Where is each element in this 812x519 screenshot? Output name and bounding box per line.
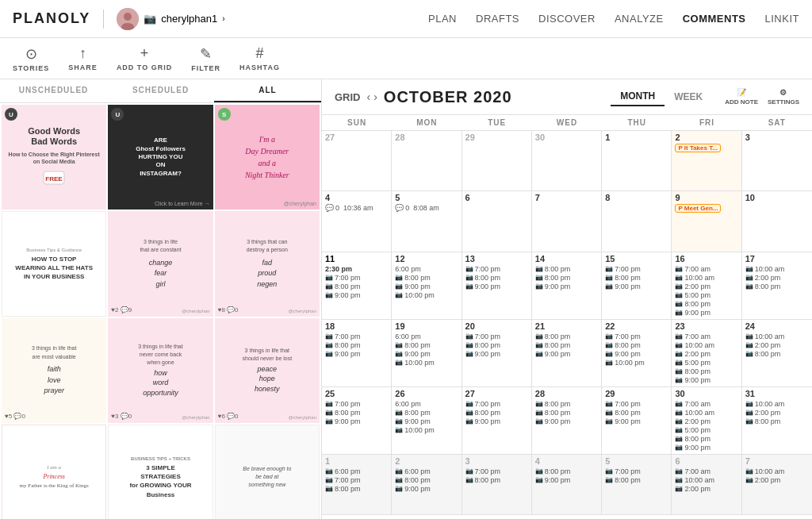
cal-cell[interactable]: 12 6:00 pm 📷 8:00 pm 📷 9:00 pm 📷 10:00 p… <box>392 252 462 319</box>
nav-plan[interactable]: PLAN <box>428 13 457 25</box>
cal-event: 📷 7:00 pm <box>465 467 528 475</box>
post-card[interactable]: Business Tips & Guidance HOW TO STOPWEAR… <box>2 211 106 316</box>
cal-cell[interactable]: 30 <box>532 131 602 190</box>
cal-cell[interactable]: 21 📷 8:00 pm 📷 8:00 pm 📷 9:00 pm <box>532 320 602 386</box>
cal-cell[interactable]: 2 P It Takes T... <box>672 131 741 190</box>
month-view-button[interactable]: MONTH <box>611 87 665 106</box>
post-stats: ♥5 💬0 <box>5 413 25 420</box>
post-card[interactable]: 3 things in life thatnever come backwhen… <box>108 318 213 423</box>
cal-event: 📷 8:00 pm <box>395 409 458 417</box>
cal-cell[interactable]: 2 📷 6:00 pm 📷 8:00 pm 📷 9:00 pm <box>392 455 462 514</box>
day-header-tue: TUE <box>462 115 532 130</box>
stories-tool[interactable]: ⊙ STORIES <box>13 45 49 72</box>
cal-event: 📷 9:00 pm <box>465 417 528 425</box>
week-view-button[interactable]: WEEK <box>665 87 712 106</box>
post-card[interactable]: U AREGhost FollowersHURTING YOUONINSTAGR… <box>108 105 213 210</box>
post-badge: S <box>218 108 231 121</box>
cal-cell[interactable]: 31 📷 10:00 am 📷 2:00 pm 📷 8:00 pm <box>742 387 812 454</box>
post-card[interactable]: Be brave enough tobe bad atsomething new <box>215 425 320 519</box>
cal-cell[interactable]: 27 <box>322 131 392 190</box>
cal-cell[interactable]: 5 📷 7:00 pm 📷 8:00 pm <box>602 455 672 514</box>
cal-cell[interactable]: 7 📷 10:00 am 📷 2:00 pm <box>742 455 812 514</box>
cal-cell[interactable]: 18 📷 7:00 pm 📷 8:00 pm 📷 9:00 pm <box>322 320 392 386</box>
cal-cell[interactable]: 5 💬0 8:08 am <box>392 191 462 251</box>
cal-cell[interactable]: 20 📷 7:00 pm 📷 8:00 pm 📷 9:00 pm <box>462 320 532 386</box>
cal-event: 📷 10:00 am <box>675 409 737 417</box>
filter-tool[interactable]: ✎ FILTER <box>191 45 220 72</box>
cal-cell[interactable]: 7 <box>532 191 602 251</box>
cal-cell[interactable]: 3 📷 7:00 pm 📷 8:00 pm <box>462 455 532 514</box>
nav-comments[interactable]: COMMENTS <box>683 13 746 25</box>
cal-cell[interactable]: 29 <box>462 131 532 190</box>
cal-nav[interactable]: ‹ › <box>367 90 377 103</box>
cal-cell[interactable]: 28 <box>392 131 462 190</box>
nav-drafts[interactable]: DRAFTS <box>476 13 519 25</box>
post-card[interactable]: 3 things in life thatare most valuable f… <box>2 318 106 423</box>
cal-cell[interactable]: 14 📷 8:00 pm 📷 8:00 pm 📷 9:00 pm <box>532 252 602 319</box>
post-card[interactable]: 3 things in life thatshould never be los… <box>215 318 320 423</box>
cal-cell[interactable]: 4 💬0 10:36 am <box>322 191 392 251</box>
nav-discover[interactable]: DISCOVER <box>538 13 596 25</box>
cal-cell[interactable]: 17 📷 10:00 am 📷 2:00 pm 📷 8:00 pm <box>742 252 812 319</box>
cal-cell[interactable]: 4 📷 8:00 pm 📷 9:00 pm <box>532 455 602 514</box>
cal-cell[interactable]: 1 📷 6:00 pm 📷 7:00 pm 📷 8:00 pm <box>322 455 392 514</box>
cal-cell[interactable]: 27 📷 7:00 pm 📷 8:00 pm 📷 9:00 pm <box>462 387 532 454</box>
prev-arrow[interactable]: ‹ <box>367 90 371 103</box>
cal-event: 📷 7:00 am <box>675 333 737 340</box>
chevron-down-icon: › <box>222 14 224 23</box>
cal-event: 📷 7:00 pm <box>325 333 388 340</box>
cal-cell[interactable]: 22 📷 7:00 pm 📷 8:00 pm 📷 9:00 pm 📷 10:00… <box>602 320 672 386</box>
cal-cell[interactable]: 28 📷 8:00 pm 📷 8:00 pm 📷 9:00 pm <box>532 387 602 454</box>
right-panel: GRID ‹ › OCTOBER 2020 MONTH WEEK 📝 ADD N… <box>322 79 812 519</box>
add-to-grid-tool[interactable]: + ADD TO GRID <box>117 45 172 71</box>
post-card[interactable]: 3 things that candestroy a person fadpro… <box>215 211 320 316</box>
cal-cell[interactable]: 10 <box>742 191 812 251</box>
cal-event: 📷 9:00 pm <box>535 350 598 358</box>
settings-button[interactable]: ⚙ SETTINGS <box>768 88 799 106</box>
cal-event: 📷 8:00 pm <box>325 409 388 417</box>
profile-selector[interactable]: 📷 cherylphan1 › <box>117 8 224 30</box>
calendar-week: 25 📷 7:00 pm 📷 8:00 pm 📷 9:00 pm 26 6:00… <box>322 387 812 455</box>
post-card[interactable]: BUSINESS TIPS + TRICKS 3 SIMPLESTRATEGIE… <box>108 425 213 519</box>
cal-event: 📷 9:00 pm <box>465 283 528 290</box>
stories-icon: ⊙ <box>25 45 37 63</box>
cal-cell[interactable]: 11 2:30 pm 📷 7:00 pm 📷 8:00 pm 📷 9:00 pm <box>322 252 392 319</box>
nav-analyze[interactable]: ANALYZE <box>615 13 664 25</box>
cal-event: 📷 8:00 pm <box>465 274 528 282</box>
tab-unscheduled[interactable]: UNSCHEDULED <box>0 79 107 102</box>
nav-linkit[interactable]: LINKIT <box>765 13 799 25</box>
share-tool[interactable]: ↑ SHARE <box>68 45 98 71</box>
settings-label: SETTINGS <box>768 98 799 106</box>
cal-cell[interactable]: 30 📷 7:00 am 📷 10:00 am 📷 2:00 pm 📷 5:00… <box>672 387 741 454</box>
post-card[interactable]: U Good WordsBad Words How to Choose the … <box>2 105 106 210</box>
cal-cell[interactable]: 3 <box>742 131 812 190</box>
cal-cell[interactable]: 6 📷 7:00 am 📷 10:00 am 📷 2:00 pm <box>672 455 741 514</box>
add-note-button[interactable]: 📝 ADD NOTE <box>725 88 758 106</box>
cal-cell[interactable]: 25 📷 7:00 pm 📷 8:00 pm 📷 9:00 pm <box>322 387 392 454</box>
main-nav: PLAN DRAFTS DISCOVER ANALYZE COMMENTS LI… <box>428 13 799 25</box>
cal-cell[interactable]: 1 <box>602 131 672 190</box>
tab-all[interactable]: ALL <box>214 79 321 102</box>
next-arrow[interactable]: › <box>373 90 377 103</box>
cal-cell[interactable]: 6 <box>462 191 532 251</box>
post-card[interactable]: I am a Princess my Father is the King of… <box>2 425 106 519</box>
cal-cell[interactable]: 9 P Meet Gen... <box>672 191 741 251</box>
cal-event: 📷 8:00 pm <box>395 341 458 349</box>
post-card[interactable]: S I'm aDay Dreamerand aNight Thinker @ch… <box>215 105 320 210</box>
cal-event: 📷 2:00 pm <box>675 283 737 290</box>
cal-cell[interactable]: 26 6:00 pm 📷 8:00 pm 📷 9:00 pm 📷 10:00 p… <box>392 387 462 454</box>
cal-cell[interactable]: 16 📷 7:00 am 📷 10:00 am 📷 2:00 pm 📷 5:00… <box>672 252 741 319</box>
post-card[interactable]: 3 things in lifethat are constant change… <box>108 211 213 316</box>
cal-cell[interactable]: 24 📷 10:00 am 📷 2:00 pm 📷 8:00 pm <box>742 320 812 386</box>
cal-cell[interactable]: 13 📷 7:00 pm 📷 8:00 pm 📷 9:00 pm <box>462 252 532 319</box>
cal-event: 📷 2:00 pm <box>675 350 737 358</box>
hashtag-tool[interactable]: # HASHTAG <box>239 45 280 71</box>
tab-scheduled[interactable]: SCHEDULED <box>107 79 214 102</box>
cal-cell[interactable]: 8 <box>602 191 672 251</box>
cal-event: 📷 9:00 pm <box>395 485 458 493</box>
cal-cell[interactable]: 19 6:00 pm 📷 8:00 pm 📷 9:00 pm 📷 10:00 p… <box>392 320 462 386</box>
cal-cell[interactable]: 23 📷 7:00 am 📷 10:00 am 📷 2:00 pm 📷 5:00… <box>672 320 741 386</box>
cal-cell[interactable]: 29 📷 7:00 pm 📷 8:00 pm 📷 9:00 pm <box>602 387 672 454</box>
cal-cell[interactable]: 15 📷 7:00 pm 📷 8:00 pm 📷 9:00 pm <box>602 252 672 319</box>
cal-event: P Meet Gen... <box>675 204 737 213</box>
